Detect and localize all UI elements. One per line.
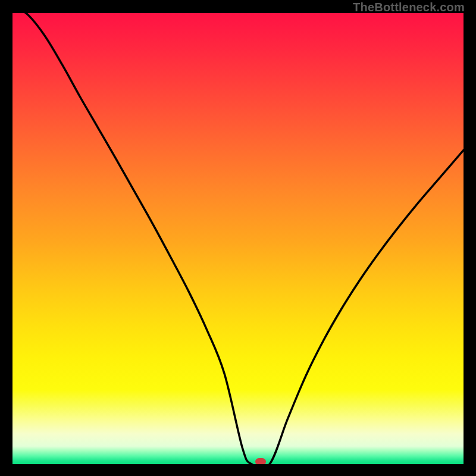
optimal-marker — [255, 458, 266, 464]
attribution-text: TheBottleneck.com — [353, 1, 465, 14]
bottleneck-curve — [12, 13, 464, 464]
chart-frame: TheBottleneck.com — [0, 0, 476, 476]
plot-area — [12, 13, 464, 464]
